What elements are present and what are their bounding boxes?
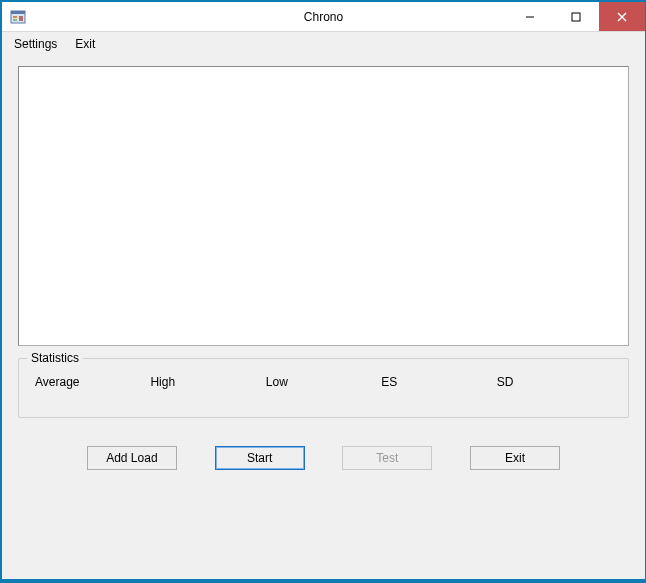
maximize-button[interactable]: [553, 2, 599, 31]
svg-rect-1: [11, 11, 25, 14]
stat-high-label: High: [150, 375, 265, 389]
main-textarea[interactable]: [18, 66, 629, 346]
button-row: Add Load Start Test Exit: [18, 446, 629, 470]
start-button[interactable]: Start: [215, 446, 305, 470]
minimize-button[interactable]: [507, 2, 553, 31]
exit-button[interactable]: Exit: [470, 446, 560, 470]
test-button[interactable]: Test: [342, 446, 432, 470]
svg-rect-6: [572, 13, 580, 21]
menubar: Settings Exit: [2, 32, 645, 56]
stat-sd-label: SD: [497, 375, 612, 389]
svg-rect-2: [13, 16, 17, 18]
svg-line-8: [618, 13, 626, 21]
window-controls: [507, 2, 645, 31]
add-load-button[interactable]: Add Load: [87, 446, 177, 470]
window-frame: Chrono Settings Exit Statistics Ave: [0, 0, 646, 583]
stat-es-label: ES: [381, 375, 496, 389]
svg-rect-3: [13, 19, 17, 21]
svg-rect-4: [19, 16, 23, 21]
statistics-row: Average High Low ES SD: [35, 369, 612, 389]
stat-average-label: Average: [35, 375, 150, 389]
close-button[interactable]: [599, 2, 645, 31]
app-icon: [10, 9, 26, 25]
menu-exit[interactable]: Exit: [75, 37, 95, 51]
menu-settings[interactable]: Settings: [14, 37, 57, 51]
statistics-legend: Statistics: [27, 351, 83, 365]
window-title: Chrono: [304, 10, 343, 24]
stat-low-label: Low: [266, 375, 381, 389]
maximize-icon: [571, 12, 581, 22]
close-icon: [617, 12, 627, 22]
svg-line-7: [618, 13, 626, 21]
minimize-icon: [525, 12, 535, 22]
titlebar: Chrono: [2, 2, 645, 32]
statistics-group: Statistics Average High Low ES SD: [18, 358, 629, 418]
client-area: Statistics Average High Low ES SD Add Lo…: [2, 56, 645, 579]
